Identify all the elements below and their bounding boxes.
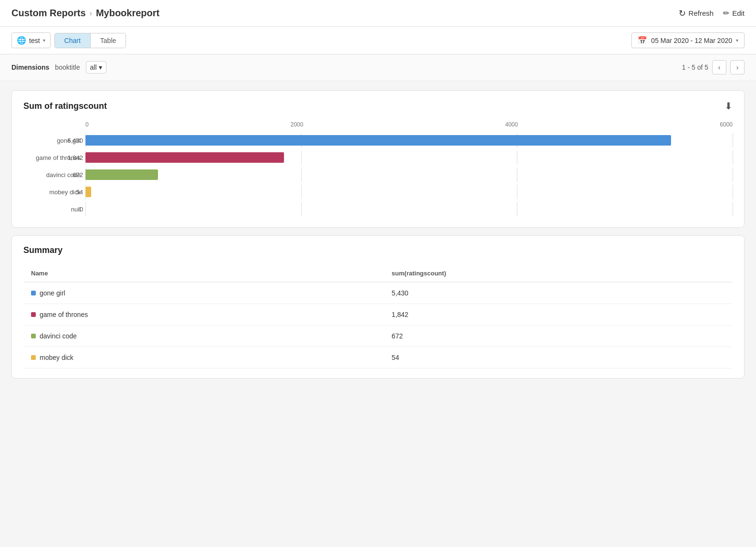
table-cell-value: 1,842: [384, 304, 733, 326]
chart-bar: [85, 152, 284, 163]
header: Custom Reports › Mybookreport ↻ Refresh …: [0, 0, 756, 27]
header-actions: ↻ Refresh ✏ Edit: [679, 8, 745, 19]
table-row: game of thrones1,842: [23, 304, 733, 326]
chart-row: mobey dick54: [85, 183, 733, 200]
chart-row: null0: [85, 200, 733, 218]
prev-page-button[interactable]: ‹: [712, 60, 726, 74]
axis-label-0: 0: [85, 121, 89, 128]
chart-row-value: 1,842: [62, 154, 83, 161]
axis-label-4000: 4000: [505, 121, 518, 128]
table-cell-name: mobey dick: [23, 347, 384, 368]
download-icon: ⬇: [724, 101, 733, 111]
pagination: 1 - 5 of 5 ‹ ›: [682, 60, 745, 74]
dimensions-dropdown-icon: ▾: [99, 63, 102, 71]
download-button[interactable]: ⬇: [724, 100, 733, 112]
dimensions-bar: Dimensions booktitle all ▾ 1 - 5 of 5 ‹ …: [0, 54, 756, 81]
date-range-selector[interactable]: 📅 05 Mar 2020 - 12 Mar 2020 ▾: [631, 32, 745, 48]
chart-tab[interactable]: Chart: [55, 33, 91, 48]
refresh-label: Refresh: [689, 9, 714, 17]
table-cell-name: davinci code: [23, 326, 384, 347]
main-content: Sum of ratingscount ⬇ 0 2000 4000 6000 g…: [0, 81, 756, 388]
chart-row-value: 5,430: [62, 137, 83, 144]
breadcrumb-chevron: ›: [90, 9, 92, 18]
chart-bar-area: [85, 187, 733, 197]
table-cell-value: 672: [384, 326, 733, 347]
chart-bars: gone girl5,430game of thrones1,842davinc…: [85, 132, 733, 218]
chart-axis: 0 2000 4000 6000: [85, 121, 733, 128]
table-row: gone girl5,430: [23, 282, 733, 304]
env-label: test: [29, 37, 40, 44]
edit-icon: ✏: [723, 9, 729, 18]
chart-card: Sum of ratingscount ⬇ 0 2000 4000 6000 g…: [11, 90, 745, 228]
edit-button[interactable]: ✏ Edit: [723, 9, 745, 18]
summary-table: Name sum(ratingscount) gone girl5,430gam…: [23, 265, 733, 368]
table-cell-value: 54: [384, 347, 733, 368]
chart-row-value: 672: [62, 171, 83, 179]
view-tab-group: Chart Table: [54, 33, 126, 48]
dimensions-label: Dimensions: [11, 63, 49, 71]
dimensions-filter-value: all: [90, 63, 97, 71]
dimensions-left: Dimensions booktitle all ▾: [11, 61, 106, 74]
summary-card: Summary Name sum(ratingscount) gone girl…: [11, 235, 745, 379]
dimensions-field: booktitle: [55, 63, 80, 71]
chart-area: 0 2000 4000 6000 gone girl5,430game of t…: [23, 121, 733, 218]
env-dropdown-icon: ▾: [43, 38, 45, 43]
chart-card-header: Sum of ratingscount ⬇: [23, 100, 733, 112]
pagination-label: 1 - 5 of 5: [682, 63, 708, 71]
chart-bar-area: [85, 169, 733, 180]
chart-title: Sum of ratingscount: [23, 101, 107, 111]
header-left: Custom Reports › Mybookreport: [11, 8, 159, 19]
edit-label: Edit: [732, 9, 745, 17]
col-name-header: Name: [23, 265, 384, 282]
chart-row-value: 0: [62, 206, 83, 213]
summary-title: Summary: [23, 245, 63, 255]
axis-label-2000: 2000: [291, 121, 304, 128]
col-value-header: sum(ratingscount): [384, 265, 733, 282]
chart-bar: [85, 169, 158, 180]
chart-row: game of thrones1,842: [85, 149, 733, 166]
date-dropdown-icon: ▾: [736, 38, 738, 43]
toolbar: 🌐 test ▾ Chart Table 📅 05 Mar 2020 - 12 …: [0, 27, 756, 54]
chart-bar-area: [85, 135, 733, 146]
refresh-button[interactable]: ↻ Refresh: [679, 8, 714, 19]
custom-reports-link[interactable]: Custom Reports: [11, 8, 86, 19]
calendar-icon: 📅: [638, 36, 647, 45]
globe-icon: 🌐: [17, 36, 26, 45]
chart-bar: [85, 187, 91, 197]
chart-row: gone girl5,430: [85, 132, 733, 149]
env-selector[interactable]: 🌐 test ▾: [11, 32, 51, 48]
axis-label-6000: 6000: [720, 121, 733, 128]
table-cell-name: game of thrones: [23, 304, 384, 326]
chart-bar-area: [85, 204, 733, 214]
report-name: Mybookreport: [96, 8, 159, 19]
date-range-label: 05 Mar 2020 - 12 Mar 2020: [651, 37, 732, 44]
toolbar-left: 🌐 test ▾ Chart Table: [11, 32, 126, 48]
table-tab[interactable]: Table: [91, 33, 126, 48]
dimensions-filter-dropdown[interactable]: all ▾: [86, 61, 106, 74]
table-cell-value: 5,430: [384, 282, 733, 304]
summary-card-header: Summary: [23, 245, 733, 255]
chart-row: davinci code672: [85, 166, 733, 183]
table-row: mobey dick54: [23, 347, 733, 368]
chart-bar: [85, 135, 671, 146]
chart-row-value: 54: [62, 189, 83, 196]
next-page-button[interactable]: ›: [730, 60, 745, 74]
table-cell-name: gone girl: [23, 282, 384, 304]
table-row: davinci code672: [23, 326, 733, 347]
refresh-icon: ↻: [679, 8, 686, 19]
chart-bar-area: [85, 152, 733, 163]
